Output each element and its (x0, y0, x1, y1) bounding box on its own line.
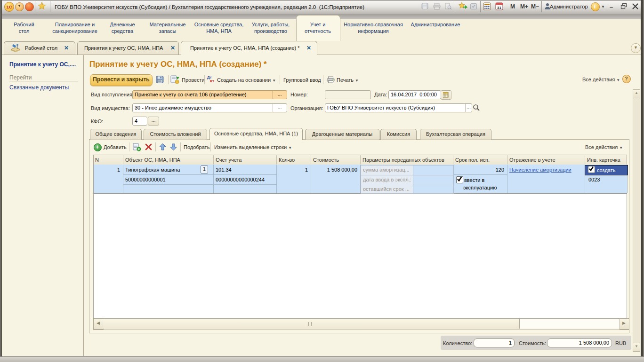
svg-text:31: 31 (497, 6, 501, 10)
